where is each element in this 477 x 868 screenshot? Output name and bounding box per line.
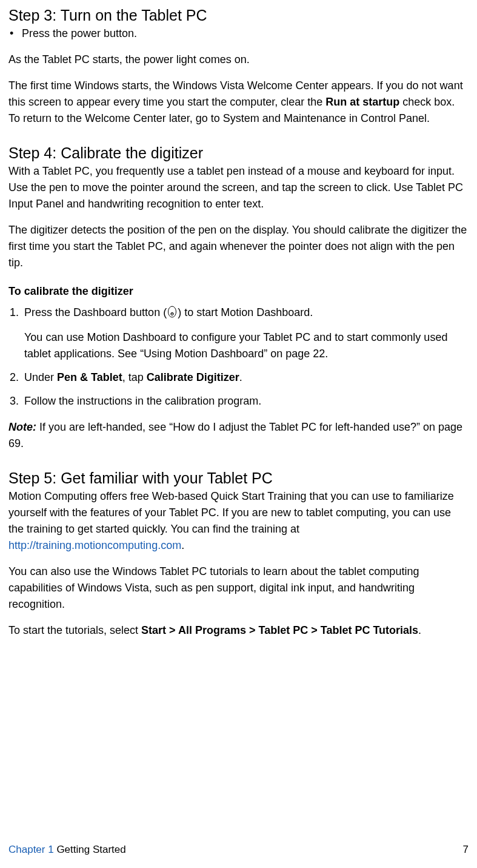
bold-start: Start [141,624,166,636]
step4-list-item-1: Press the Dashboard button ( ) to start … [22,304,469,362]
text-run: Under [24,371,57,383]
note-label: Note: [8,421,36,433]
text-run: To start the tutorials, select [8,624,141,636]
step3-bullet-item: Press the power button. [8,25,469,42]
text-run: . [418,624,421,636]
text-run: , tap [122,371,147,383]
step5-paragraph-1: Motion Computing offers free Web-based Q… [8,488,469,554]
sep: > [166,624,178,636]
step4-note: Note: If you are left-handed, see “How d… [8,419,469,452]
step3-heading: Step 3: Turn on the Tablet PC [8,6,469,24]
step4-list-item-3: Follow the instructions in the calibrati… [22,393,469,409]
bold-tablet-pc: Tablet PC [259,624,309,636]
bold-all-programs: All Programs [178,624,246,636]
bold-pen-and-tablet: Pen & Tablet [57,371,122,383]
bold-calibrate-digitizer: Calibrate Digitizer [147,371,239,383]
step5-paragraph-2: You can also use the Windows Tablet PC t… [8,564,469,613]
text-run: . [181,539,184,551]
text-run: Motion Computing offers free Web-based Q… [8,490,454,535]
svg-line-7 [173,313,173,314]
bold-tablet-pc-tutorials: Tablet PC Tutorials [321,624,418,636]
sep: > [246,624,259,636]
svg-point-0 [168,306,176,317]
step4-paragraph-1: With a Tablet PC, you frequently use a t… [8,163,469,212]
step3-bullets: Press the power button. [8,25,469,42]
sep: > [308,624,321,636]
dashboard-button-icon [167,306,177,318]
svg-line-6 [172,313,172,314]
step4-list: Press the Dashboard button ( ) to start … [8,304,469,409]
chapter-title: Getting Started [54,844,126,855]
step5-paragraph-3: To start the tutorials, select Start > A… [8,622,469,639]
step4-heading: Step 4: Calibrate the digitizer [8,144,469,162]
bold-run-at-startup: Run at startup [325,96,399,108]
page-number: 7 [463,842,469,858]
training-link[interactable]: http://training.motioncomputing.com [8,539,181,551]
step4-list-item-2: Under Pen & Tablet, tap Calibrate Digiti… [22,369,469,386]
text-run: . [239,371,242,383]
text-run: ) to start Motion Dashboard. [178,306,313,318]
footer-left: Chapter 1 Getting Started [8,842,126,858]
step4-subheading: To calibrate the digitizer [8,283,469,300]
step4-list-item-1-detail: You can use Motion Dashboard to configur… [24,329,469,362]
step5-section: Step 5: Get familiar with your Tablet PC… [8,469,469,639]
step3-paragraph-1: As the Tablet PC starts, the power light… [8,52,469,68]
step3-paragraph-2: The first time Windows starts, the Windo… [8,78,469,127]
chapter-label: Chapter 1 [8,844,54,855]
text-run: Press the Dashboard button ( [24,306,167,318]
svg-point-2 [172,314,173,314]
page-footer: Chapter 1 Getting Started 7 [8,842,469,858]
step4-section: Step 4: Calibrate the digitizer With a T… [8,144,469,452]
step4-paragraph-2: The digitizer detects the position of th… [8,222,469,271]
note-text: If you are left-handed, see “How do I ad… [8,421,462,449]
step5-heading: Step 5: Get familiar with your Tablet PC [8,469,469,487]
